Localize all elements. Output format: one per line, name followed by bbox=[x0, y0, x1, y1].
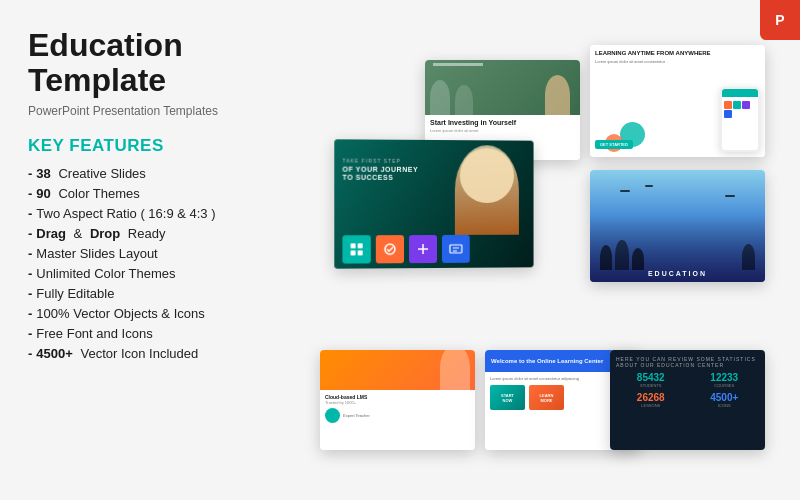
investing-title: Start Investing in Yourself bbox=[430, 119, 575, 126]
svg-rect-5 bbox=[450, 245, 462, 253]
stat-label-3: LESSONS bbox=[616, 403, 686, 408]
svg-rect-0 bbox=[351, 243, 356, 248]
right-panel: TAKE FIRST STEP OF YOUR JOURNEYTO SUCCES… bbox=[300, 0, 800, 500]
icon-box-3 bbox=[409, 235, 437, 263]
svg-rect-3 bbox=[358, 250, 363, 255]
slide-main: TAKE FIRST STEP OF YOUR JOURNEYTO SUCCES… bbox=[334, 139, 533, 268]
stat-item-1: 85432 STUDENTS bbox=[616, 372, 686, 388]
icon-box-1 bbox=[342, 235, 370, 263]
feature-item-10: 4500+ Vector Icon Included bbox=[28, 346, 276, 361]
slide-icons-row bbox=[342, 235, 469, 264]
stats-title: HERE YOU CAN REVIEW SOME STATISTICS ABOU… bbox=[616, 356, 759, 368]
feature-highlight-drag: Drag bbox=[36, 226, 66, 241]
ppt-badge: P bbox=[760, 0, 800, 40]
stat-label-1: STUDENTS bbox=[616, 383, 686, 388]
slide-stats: HERE YOU CAN REVIEW SOME STATISTICS ABOU… bbox=[610, 350, 765, 450]
feature-item-7: Fully Editable bbox=[28, 286, 276, 301]
feature-list: 38 Creative Slides 90 Color Themes Two A… bbox=[28, 166, 276, 361]
feature-highlight-1: 38 bbox=[36, 166, 50, 181]
svg-rect-1 bbox=[358, 243, 363, 248]
learning-title: LEARNING ANYTIME FROM ANYWHERE bbox=[595, 50, 760, 57]
welcome-label: Welcome to the Online Learning Center bbox=[491, 358, 603, 364]
slide-graduation: EDUCATION bbox=[590, 170, 765, 282]
icon-box-4 bbox=[442, 235, 470, 263]
feature-highlight-2: 90 bbox=[36, 186, 50, 201]
feature-item-5: Master Slides Layout bbox=[28, 246, 276, 261]
icon-box-2 bbox=[376, 235, 404, 263]
stat-item-2: 12233 COURSES bbox=[690, 372, 760, 388]
ppt-icon: P bbox=[775, 12, 784, 28]
stats-grid: 85432 STUDENTS 12233 COURSES 26268 LESSO… bbox=[616, 372, 759, 408]
stat-value-3: 26268 bbox=[616, 392, 686, 403]
feature-item-8: 100% Vector Objects & Icons bbox=[28, 306, 276, 321]
education-label: EDUCATION bbox=[648, 270, 707, 277]
stat-label-4: ICONS bbox=[690, 403, 760, 408]
stats-slide-inner: HERE YOU CAN REVIEW SOME STATISTICS ABOU… bbox=[610, 350, 765, 450]
feature-item-9: Free Font and Icons bbox=[28, 326, 276, 341]
stat-value-4: 4500+ bbox=[690, 392, 760, 403]
page-subtitle: PowerPoint Presentation Templates bbox=[28, 104, 276, 118]
stat-value-2: 12233 bbox=[690, 372, 760, 383]
stat-item-3: 26268 LESSONS bbox=[616, 392, 686, 408]
feature-item-1: 38 Creative Slides bbox=[28, 166, 276, 181]
feature-item-3: Two Aspect Ratio ( 16:9 & 4:3 ) bbox=[28, 206, 276, 221]
svg-rect-2 bbox=[351, 250, 356, 255]
slide-lms: Cloud-based LMS Trusted by 1000+ Expert … bbox=[320, 350, 475, 450]
feature-item-6: Unlimited Color Themes bbox=[28, 266, 276, 281]
left-panel: Education Template PowerPoint Presentati… bbox=[0, 0, 300, 500]
main-container: P Education Template PowerPoint Presenta… bbox=[0, 0, 800, 500]
feature-item-2: 90 Color Themes bbox=[28, 186, 276, 201]
feature-highlight-drop: Drop bbox=[90, 226, 120, 241]
key-features-label: KEY FEATURES bbox=[28, 136, 276, 156]
stat-value-1: 85432 bbox=[616, 372, 686, 383]
stat-item-4: 4500+ ICONS bbox=[690, 392, 760, 408]
feature-item-4: Drag & Drop Ready bbox=[28, 226, 276, 241]
slide-learning: LEARNING ANYTIME FROM ANYWHERE Lorem ips… bbox=[590, 45, 765, 157]
slides-container: TAKE FIRST STEP OF YOUR JOURNEYTO SUCCES… bbox=[315, 40, 775, 460]
feature-highlight-4500: 4500+ bbox=[36, 346, 73, 361]
page-title: Education Template bbox=[28, 28, 276, 98]
stat-label-2: COURSES bbox=[690, 383, 760, 388]
